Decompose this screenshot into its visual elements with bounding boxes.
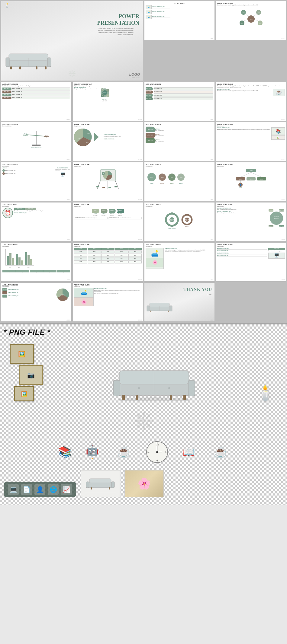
svg-line-72 [240,172,251,177]
slide-arrows[interactable]: ADD A TITLE SLIDE Description text... ST… [73,202,143,241]
svg-rect-112 [12,258,14,265]
bubble-diagram: TEXT T T T T [99,87,110,98]
svg-rect-118 [30,259,32,265]
svg-point-130 [118,397,190,401]
slide-placeholder-r6 [216,282,286,322]
easel-diagram: A [96,168,120,189]
svg-rect-90 [171,212,173,214]
svg-rect-157 [86,482,89,488]
slide-contents[interactable]: CONTENTS 🛋️ ASADAL INTERNET, INC. 🛋️ ASA… [144,1,215,40]
svg-rect-91 [171,225,173,227]
slide-gears[interactable]: ADD A TITLE SLIDE Description text... TE… [144,202,215,241]
row-3: ADD A TITLE SLIDE Description text... AS… [1,162,286,201]
svg-rect-126 [170,306,172,311]
couch-svg [4,49,53,70]
svg-rect-2 [6,58,9,67]
slide-easel-title: ADD A TITLE SLIDE [74,164,142,165]
logo-radial: LOGO [281,38,285,39]
svg-text:TEXT: TEXT [259,23,261,24]
svg-text:ASADAL: ASADAL [185,226,189,227]
svg-rect-137 [170,395,172,400]
svg-rect-57 [114,186,117,187]
svg-text:TEXT: TEXT [241,23,243,24]
slide-stack-title: ADD A TITLE SLIDE [217,123,285,125]
slide-circles-text[interactable]: ADD TITLE SLIDE TexT Body text starts ru… [73,82,143,121]
svg-rect-110 [7,256,9,265]
slide-tree-title: ADD A TITLE SLIDE [217,164,285,165]
slide-tablegrid[interactable]: ADD A TITLE SLIDE Description text... TE… [73,242,143,282]
svg-text:T: T [108,90,108,91]
arrow-right [93,129,102,145]
slide-balance-title: ADD A TITLE SLIDE [2,123,70,125]
svg-text:ASADAL: ASADAL [160,183,164,184]
slide-gallery[interactable]: ADD A TITLE SLIDE Description text... 🛋️… [73,282,143,322]
svg-rect-116 [25,252,27,265]
logo-tree: LOGO [281,199,285,200]
svg-line-74 [251,172,262,177]
slide-tg-title: ADD A TITLE SLIDE [74,244,142,246]
slide-barchart[interactable]: ADD A TITLE SLIDE Description text... [1,242,72,282]
svg-rect-156 [89,479,111,483]
svg-text:A: A [103,173,104,174]
svg-rect-56 [108,187,111,188]
logo-bar: LOGO [66,279,70,281]
svg-text:TEXT: TEXT [45,135,48,136]
slide-cover[interactable]: 🕯️ [1,1,143,81]
svg-text:9: 9 [147,451,149,453]
balance-diagram: TEXT TEXT ASADAL INTERNET, INC. [21,128,51,149]
slide-circle-menu[interactable]: ADD A TITLE SLIDE Description text... AS… [216,202,286,241]
slide-circles-flow[interactable]: ADD A TITLE SLIDE Description text... TE… [144,162,215,201]
slides-section: 🕯️ [0,0,287,324]
logo-clock: LOGO [66,239,70,241]
svg-text:TEXT: TEXT [250,170,253,171]
slide-balance[interactable]: ADD A TITLE SLIDE Description body text.… [1,122,72,161]
svg-line-20 [253,14,256,17]
bar-chart: TEXT TEXT TEXT [2,248,36,269]
slide-radial[interactable]: ADD A TITLE SLIDE Asadal has been runnin… [216,1,286,40]
svg-rect-115 [21,260,23,265]
svg-text:TEXT: TEXT [161,177,164,178]
svg-text:👤: 👤 [240,184,242,186]
svg-rect-89 [177,218,178,221]
logo-balance: LOGO [66,159,70,160]
logo-ty: LoGo [184,293,212,295]
svg-point-140 [138,387,140,389]
svg-text:ADD TEXT: ADD TEXT [274,218,279,219]
svg-text:TEXT: TEXT [185,219,189,221]
svg-text:ADD TEXT: ADD TEXT [279,210,284,211]
svg-text:6: 6 [156,459,158,461]
slide-easel[interactable]: ADD A TITLE SLIDE Description text... A [73,162,143,201]
small-pie: TEXT [56,288,69,301]
logo-arr: LOGO [138,239,142,241]
slide-rightlist[interactable]: ADD A TITLE SLIDE Description text... AS… [216,242,286,282]
svg-text:TEXT: TEXT [250,178,253,180]
slide-bubbles[interactable]: ADD A TITLE SLIDE Description text... AN… [144,122,215,161]
slide-paragraph[interactable]: ADD A TITLE SLIDE Asadal has been runnin… [216,82,286,121]
png-title: * PNG FILE * [4,328,283,336]
svg-text:TEXT: TEXT [18,267,20,268]
thank-you-text: THANK YOU [184,287,212,292]
chart-icon: 📈 [61,484,72,495]
slide-clock[interactable]: ADD A TITLE SLIDE Description text... ⏰ … [1,202,72,241]
slide-numbered[interactable]: ADD A TITLE SLIDE Description text... AS… [1,162,72,201]
svg-text:TEXT: TEXT [86,142,89,143]
slide-stacked[interactable]: ADD A TITLE SLIDE Description text... AS… [216,122,286,161]
slide-pie[interactable]: ADD A TITLE SLIDE Description text... TE… [73,122,143,161]
slide-textboxes[interactable]: ADD A TITLE SLIDE Asadal has been runnin… [1,82,72,121]
svg-rect-114 [18,257,21,265]
slide-thankyou[interactable]: THANK YOU LoGo LOGO [144,282,215,322]
slide-tree[interactable]: ADD A TITLE SLIDE Description text... TE… [216,162,286,201]
slide-steps[interactable]: ADD A TITLE SLIDE Description text... AD… [144,82,215,121]
png-clock-icon: 12 6 9 3 [145,440,169,464]
svg-rect-160 [109,487,110,489]
svg-line-52 [115,181,118,189]
circles-flow: TEXT TEXT TEXT TEXT ASADAL ASADAL ASADAL… [146,168,188,189]
png-icon-bar: 💻 📄 👤 🌐 📈 🌸 [4,470,283,497]
svg-text:T: T [102,95,103,97]
slide-bulletpie[interactable]: ADD A TITLE SLIDE Description text... AD… [1,282,72,322]
svg-text:ADD TEXT: ADD TEXT [269,210,273,211]
png-books2-icon: 📖 [175,442,202,463]
svg-rect-111 [9,253,11,265]
slide-photo[interactable]: ADD A TITLE SLIDE Description text... 🛋️… [144,242,215,282]
main-container: 🕯️ [0,0,287,505]
